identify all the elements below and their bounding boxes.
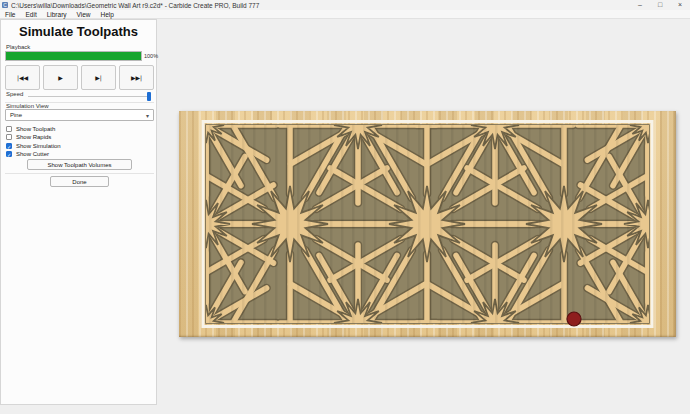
menu-library[interactable]: Library — [42, 10, 72, 19]
show-toolpath-label: Show Toolpath — [16, 126, 55, 132]
menu-help[interactable]: Help — [96, 10, 119, 19]
step-forward-icon: ▶| — [95, 74, 102, 81]
material-select-value: Pine — [10, 112, 22, 118]
option-show-simulation[interactable]: ✓ Show Simulation — [6, 142, 61, 149]
window-controls: – □ × — [630, 0, 690, 10]
show-simulation-label: Show Simulation — [16, 143, 61, 149]
cutter-indicator — [567, 312, 581, 326]
show-toolpath-checkbox[interactable] — [6, 126, 12, 132]
option-show-cutter[interactable]: ✓ Show Cutter — [6, 151, 49, 158]
skip-to-start-button[interactable]: |◀◀ — [5, 65, 40, 90]
skip-to-end-button[interactable]: ▶▶| — [119, 65, 154, 90]
close-button[interactable]: × — [670, 0, 690, 10]
menu-bar: File Edit Library View Help — [0, 10, 690, 19]
window-title: C:\Users\willa\Downloads\Geometric Wall … — [11, 2, 630, 9]
play-icon: ▶ — [58, 74, 63, 81]
app-window: C C:\Users\willa\Downloads\Geometric Wal… — [0, 0, 690, 414]
maximize-button[interactable]: □ — [650, 0, 670, 10]
simulation-render — [179, 111, 676, 337]
step-forward-button[interactable]: ▶| — [81, 65, 116, 90]
skip-to-start-icon: |◀◀ — [17, 74, 28, 81]
menu-view[interactable]: View — [72, 10, 96, 19]
transport-controls: |◀◀ ▶ ▶| ▶▶| — [5, 65, 154, 90]
menu-file[interactable]: File — [0, 10, 20, 19]
show-simulation-checkbox[interactable]: ✓ — [6, 143, 12, 149]
panel-title: Simulate Toolpaths — [1, 24, 156, 39]
playback-progress — [5, 51, 142, 61]
menu-edit[interactable]: Edit — [20, 10, 41, 19]
skip-to-end-icon: ▶▶| — [131, 74, 142, 81]
material-select[interactable]: Pine ▾ — [5, 109, 154, 121]
playback-percent: 100% — [144, 53, 158, 59]
option-show-rapids[interactable]: Show Rapids — [6, 134, 51, 141]
show-rapids-label: Show Rapids — [16, 134, 51, 140]
simulate-toolpaths-panel: Simulate Toolpaths Playback 100% |◀◀ ▶ ▶… — [0, 19, 157, 405]
chevron-down-icon: ▾ — [146, 112, 149, 119]
speed-label: Speed — [6, 91, 23, 97]
playback-progress-fill — [6, 52, 141, 60]
option-show-toolpath[interactable]: Show Toolpath — [6, 125, 55, 132]
speed-slider-track[interactable] — [28, 96, 149, 97]
show-toolpath-volumes-button[interactable]: Show Toolpath Volumes — [27, 159, 132, 170]
play-button[interactable]: ▶ — [43, 65, 78, 90]
simulation-stock — [179, 111, 676, 337]
minimize-button[interactable]: – — [630, 0, 650, 10]
title-bar: C C:\Users\willa\Downloads\Geometric Wal… — [0, 0, 690, 10]
show-cutter-label: Show Cutter — [16, 151, 49, 157]
app-icon: C — [2, 2, 8, 8]
speed-slider-handle[interactable] — [147, 92, 151, 101]
show-rapids-checkbox[interactable] — [6, 134, 12, 140]
done-button[interactable]: Done — [50, 176, 109, 187]
divider — [5, 173, 154, 174]
show-cutter-checkbox[interactable]: ✓ — [6, 151, 12, 157]
playback-label: Playback — [6, 44, 30, 50]
